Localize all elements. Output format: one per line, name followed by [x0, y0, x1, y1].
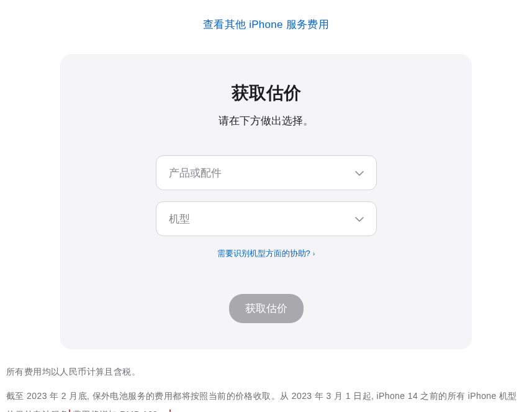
product-select-placeholder: 产品或配件 [169, 166, 222, 180]
footer-price-note-part1: 截至 2023 年 2 月底, 保外电池服务的费用都将按照当前的价格收取。从 2… [6, 391, 517, 412]
product-select[interactable]: 产品或配件 [156, 155, 377, 190]
footer-tax-note: 所有费用均以人民币计算且含税。 [6, 363, 526, 381]
get-estimate-button[interactable]: 获取估价 [229, 294, 304, 323]
card-subtitle: 请在下方做出选择。 [85, 114, 447, 128]
chevron-down-icon [355, 167, 364, 178]
model-select[interactable]: 机型 [156, 201, 377, 236]
chevron-down-icon [355, 213, 364, 224]
card-title: 获取估价 [85, 81, 447, 105]
identify-model-help-link[interactable]: 需要识别机型方面的协助?› [217, 249, 315, 258]
estimate-card: 获取估价 请在下方做出选择。 产品或配件 机型 需要识别机型方面的协助?› 获取… [60, 54, 472, 349]
footer-notes: 所有费用均以人民币计算且含税。 截至 2023 年 2 月底, 保外电池服务的费… [0, 349, 532, 412]
other-iphone-service-link[interactable]: 查看其他 iPhone 服务费用 [203, 19, 329, 30]
help-link-container: 需要识别机型方面的协助?› [85, 247, 447, 259]
model-select-placeholder: 机型 [169, 212, 190, 226]
help-link-label: 需要识别机型方面的协助? [217, 249, 310, 258]
price-increase-highlight: 费用将增加 RMB 169。 [69, 410, 171, 412]
top-link-container: 查看其他 iPhone 服务费用 [0, 0, 532, 43]
footer-price-note: 截至 2023 年 2 月底, 保外电池服务的费用都将按照当前的价格收取。从 2… [6, 387, 526, 412]
chevron-right-icon: › [313, 250, 315, 257]
